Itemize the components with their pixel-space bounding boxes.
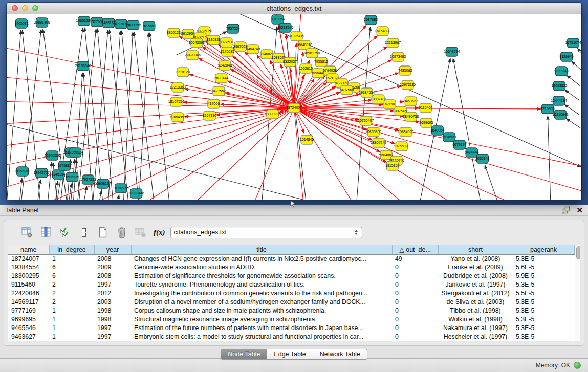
network-graph[interactable]: 18724007 8860123 8912954 18226058 982750…: [7, 14, 581, 200]
graph-edge[interactable]: [123, 32, 133, 200]
graph-edge[interactable]: [150, 33, 170, 200]
table-cell[interactable]: Genome-wide association studies in ADHD.: [131, 263, 392, 272]
graph-node[interactable]: 9938923: [442, 133, 456, 142]
graph-edge[interactable]: [7, 108, 294, 147]
table-cell[interactable]: 2003: [94, 297, 131, 306]
table-cell[interactable]: 1997: [94, 280, 131, 289]
table-cell[interactable]: 5.3E-5: [513, 280, 574, 289]
table-row[interactable]: 1830029562008Estimation of significance …: [8, 272, 574, 280]
table-cell[interactable]: Estimation of significance thresholds fo…: [131, 272, 392, 280]
graph-node[interactable]: 8427552: [212, 86, 226, 96]
table-cell[interactable]: Nakamura et al. (1997): [438, 323, 513, 332]
graph-node[interactable]: 1815152: [385, 161, 399, 170]
tab-node-table[interactable]: Node Table: [221, 349, 267, 359]
graph-node[interactable]: 10688609: [365, 127, 381, 137]
graph-node[interactable]: 12942757: [33, 168, 49, 178]
table-cell[interactable]: Yano et al. (2008): [438, 254, 513, 263]
deselect-rows-button[interactable]: [78, 226, 90, 238]
graph-edge[interactable]: [577, 48, 581, 58]
table-cell[interactable]: Disruption of a novel member of a sodium…: [131, 297, 392, 306]
graph-node[interactable]: 9975887: [57, 161, 71, 170]
table-cell[interactable]: 5.3E-5: [513, 323, 574, 332]
table-cell[interactable]: 9115460: [8, 280, 49, 289]
table-cell[interactable]: 1: [49, 306, 94, 315]
graph-edge[interactable]: [294, 108, 355, 200]
graph-node[interactable]: 10543392: [189, 38, 205, 48]
graph-node[interactable]: 19671355: [125, 20, 141, 30]
graph-node[interactable]: 417006: [208, 99, 220, 108]
table-cell[interactable]: 19384554: [8, 263, 49, 272]
table-cell[interactable]: 1998: [94, 306, 131, 315]
table-cell[interactable]: 5.3E-5: [513, 306, 574, 315]
tab-network-table[interactable]: Network Table: [313, 349, 367, 359]
tab-edge-table[interactable]: Edge Table: [267, 349, 312, 359]
function-builder-icon[interactable]: f(x): [154, 228, 165, 237]
table-cell[interactable]: 5.3E-5: [513, 254, 574, 263]
table-cell[interactable]: 1: [49, 323, 94, 332]
table-settings-button[interactable]: [21, 226, 33, 238]
table-cell[interactable]: 2009: [94, 263, 131, 272]
table-scrollbar-thumb[interactable]: [576, 246, 581, 259]
table-cell[interactable]: Investigating the contribution of common…: [131, 289, 392, 298]
table-cell[interactable]: 18300295: [8, 272, 49, 280]
table-cell[interactable]: 9777169: [8, 306, 49, 315]
column-header-short[interactable]: short: [438, 245, 513, 254]
graph-edge[interactable]: [53, 162, 57, 200]
table-cell[interactable]: Tibbo et al. (1998): [438, 306, 513, 315]
graph-node[interactable]: 8186328: [207, 35, 221, 45]
table-select-dropdown[interactable]: citations_edges.txt: [170, 227, 362, 238]
graph-node[interactable]: 7615552: [142, 21, 156, 31]
graph-node[interactable]: 8322037: [283, 57, 297, 67]
graph-edge[interactable]: [37, 180, 40, 200]
column-header-title[interactable]: title: [131, 245, 392, 254]
graph-node[interactable]: 11325419: [289, 32, 304, 41]
column-header-in_degree[interactable]: in_degree: [49, 245, 94, 254]
graph-edge[interactable]: [140, 108, 294, 200]
graph-edge[interactable]: [7, 101, 294, 108]
table-cell[interactable]: 1997: [94, 332, 131, 341]
graph-node[interactable]: 12213967: [385, 38, 401, 48]
graph-node[interactable]: 7957224: [226, 24, 240, 33]
graph-edge[interactable]: [189, 74, 294, 108]
table-cell[interactable]: 18724007: [8, 254, 49, 263]
column-header-year[interactable]: year: [94, 245, 131, 254]
delete-column-button[interactable]: [116, 226, 128, 238]
table-cell[interactable]: 5.5E-5: [513, 289, 574, 298]
memory-status-indicator[interactable]: [574, 362, 581, 369]
graph-node[interactable]: 16210643: [552, 110, 568, 119]
graph-node[interactable]: 6679197: [452, 140, 466, 149]
graph-node[interactable]: 16961758: [304, 49, 320, 58]
table-row[interactable]: 946362711997Embryonic stem cells: a mode…: [8, 332, 574, 341]
graph-node[interactable]: 16782759: [113, 184, 129, 193]
graph-edge[interactable]: [84, 28, 103, 200]
table-cell[interactable]: 2008: [94, 254, 131, 263]
graph-node[interactable]: 1405572: [14, 19, 28, 28]
graph-node[interactable]: 18107554: [168, 97, 184, 106]
graph-node[interactable]: 1505135: [65, 172, 79, 182]
table-cell[interactable]: Jankovic et al. (1997): [438, 280, 513, 289]
graph-node[interactable]: 15720407: [358, 116, 374, 125]
table-cell[interactable]: 2: [49, 280, 94, 289]
table-cell[interactable]: 14569117: [8, 297, 49, 306]
table-row[interactable]: 977716911998Corpus callosum shape and si…: [8, 306, 574, 315]
table-cell[interactable]: Estimation of the future numbers of pati…: [131, 323, 392, 332]
table-cell[interactable]: 0: [392, 323, 438, 332]
graph-node[interactable]: 18300295: [265, 110, 280, 119]
table-cell[interactable]: 6: [49, 263, 94, 272]
graph-edge[interactable]: [453, 58, 481, 200]
graph-node[interactable]: 22420046: [185, 51, 201, 60]
graph-node[interactable]: 8813054: [271, 15, 285, 24]
column-header-pagerank[interactable]: pagerank: [513, 245, 574, 254]
graph-edge[interactable]: [7, 76, 294, 108]
table-cell[interactable]: Dudbridge et al. (2008): [438, 272, 513, 280]
table-cell[interactable]: 0: [392, 297, 438, 306]
graph-edge[interactable]: [7, 108, 294, 124]
select-all-button[interactable]: [59, 226, 71, 238]
graph-node[interactable]: 12973115: [400, 80, 416, 90]
graph-node[interactable]: 9827508: [220, 38, 233, 47]
table-cell[interactable]: 1: [49, 254, 94, 263]
graph-node[interactable]: 9463627: [404, 97, 418, 106]
graph-node[interactable]: 15958167: [95, 179, 111, 188]
graph-node[interactable]: 17359924: [68, 148, 83, 157]
graph-node[interactable]: 1514845: [300, 135, 314, 144]
